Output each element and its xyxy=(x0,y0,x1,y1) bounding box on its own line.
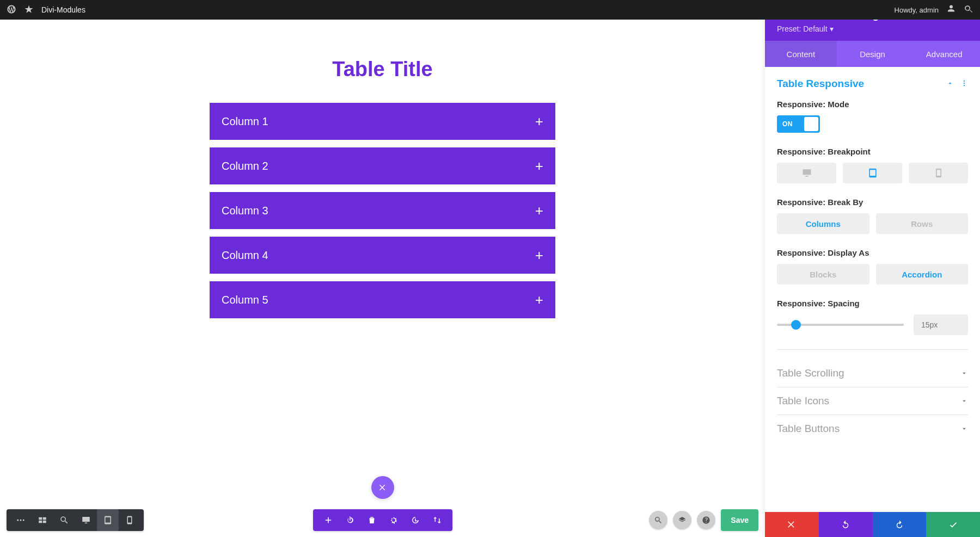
section-title: Table Buttons xyxy=(777,423,840,435)
displayas-accordion[interactable]: Accordion xyxy=(876,264,969,285)
close-builder-button[interactable] xyxy=(371,476,394,499)
accordion-item-label: Column 2 xyxy=(222,160,268,172)
divider xyxy=(777,349,968,350)
section-header-icons[interactable]: Table Icons xyxy=(777,387,968,415)
desktop-icon[interactable] xyxy=(75,509,97,531)
trash-icon[interactable] xyxy=(361,509,383,531)
power-icon[interactable] xyxy=(339,509,361,531)
accordion-item-label: Column 3 xyxy=(222,205,268,217)
gear-icon[interactable] xyxy=(383,509,405,531)
settings-sidebar: Table Maker Settings Preset: Default ▾ C… xyxy=(765,0,980,537)
zoom-icon[interactable] xyxy=(53,509,75,531)
toggle-state-label: ON xyxy=(777,115,798,133)
plus-icon: + xyxy=(535,203,543,218)
wp-admin-bar: Divi-Modules Howdy, admin xyxy=(0,0,980,20)
section-header-scrolling[interactable]: Table Scrolling xyxy=(777,360,968,387)
slider-track[interactable] xyxy=(777,324,904,326)
plus-icon: + xyxy=(535,159,543,173)
preset-selector[interactable]: Preset: Default ▾ xyxy=(777,24,885,33)
section-title: Table Icons xyxy=(777,395,829,407)
search-icon[interactable] xyxy=(649,511,667,529)
field-label: Responsive: Breakpoint xyxy=(777,147,968,156)
field-responsive-breakby: Responsive: Break By Columns Rows xyxy=(777,197,968,234)
site-name[interactable]: Divi-Modules xyxy=(41,5,85,14)
field-responsive-breakpoint: Responsive: Breakpoint xyxy=(777,147,968,183)
accordion-item[interactable]: Column 5 + xyxy=(210,281,555,318)
svg-point-0 xyxy=(17,520,19,521)
accordion-item[interactable]: Column 2 + xyxy=(210,147,555,184)
tab-advanced[interactable]: Advanced xyxy=(908,41,980,67)
field-label: Responsive: Mode xyxy=(777,100,968,109)
accordion-columns: Column 1 + Column 2 + Column 3 + Column … xyxy=(210,103,555,318)
breakpoint-desktop[interactable] xyxy=(777,163,836,183)
section-title: Table Scrolling xyxy=(777,367,844,379)
history-icon[interactable] xyxy=(405,509,426,531)
module-toolbar xyxy=(313,509,452,531)
svg-point-7 xyxy=(964,82,965,83)
user-icon[interactable] xyxy=(946,4,956,16)
sidebar-footer xyxy=(765,512,980,537)
tablet-icon[interactable] xyxy=(97,509,119,531)
accordion-item-label: Column 5 xyxy=(222,294,268,306)
svg-point-1 xyxy=(20,520,22,521)
svg-point-2 xyxy=(23,520,24,521)
field-label: Responsive: Break By xyxy=(777,197,968,207)
phone-icon[interactable] xyxy=(119,509,140,531)
redo-button[interactable] xyxy=(873,512,927,537)
accordion-item[interactable]: Column 3 + xyxy=(210,192,555,229)
breakby-columns[interactable]: Columns xyxy=(777,213,869,234)
site-icon[interactable] xyxy=(24,4,34,16)
chevron-down-icon xyxy=(960,425,968,433)
accordion-item-label: Column 1 xyxy=(222,115,268,128)
accordion-item[interactable]: Column 1 + xyxy=(210,103,555,140)
plus-icon: + xyxy=(535,114,543,128)
breakby-rows[interactable]: Rows xyxy=(876,213,969,234)
slider-thumb[interactable] xyxy=(791,320,801,330)
menu-icon[interactable] xyxy=(10,509,32,531)
chevron-down-icon: ▾ xyxy=(830,24,834,33)
field-label: Responsive: Spacing xyxy=(777,299,968,308)
breakpoint-tablet[interactable] xyxy=(843,163,902,183)
help-icon[interactable] xyxy=(697,511,715,529)
tab-design[interactable]: Design xyxy=(837,41,909,67)
wireframe-icon[interactable] xyxy=(32,509,53,531)
chevron-down-icon xyxy=(960,397,968,405)
slider-value[interactable]: 15px xyxy=(914,314,968,335)
undo-button[interactable] xyxy=(819,512,873,537)
breakpoint-phone[interactable] xyxy=(909,163,968,183)
tab-content[interactable]: Content xyxy=(765,41,837,67)
accordion-item[interactable]: Column 4 + xyxy=(210,237,555,274)
svg-point-8 xyxy=(964,84,965,85)
howdy-greeting[interactable]: Howdy, admin xyxy=(895,6,939,14)
search-icon[interactable] xyxy=(964,4,973,16)
field-label: Responsive: Display As xyxy=(777,248,968,257)
svg-point-6 xyxy=(964,80,965,81)
toggle-knob xyxy=(798,115,820,133)
accordion-item-label: Column 4 xyxy=(222,249,268,262)
field-responsive-mode: Responsive: Mode ON xyxy=(777,100,968,133)
section-header-buttons[interactable]: Table Buttons xyxy=(777,415,968,442)
save-button[interactable]: Save xyxy=(721,509,758,531)
discard-button[interactable] xyxy=(765,512,819,537)
builder-bottom-bar: Save xyxy=(0,508,765,533)
view-controls xyxy=(7,509,144,531)
kebab-icon[interactable] xyxy=(960,79,968,89)
sidebar-body: Table Responsive Responsive: Mode ON Res… xyxy=(765,67,980,512)
apply-button[interactable] xyxy=(926,512,980,537)
chevron-down-icon xyxy=(960,369,968,377)
section-header-responsive[interactable]: Table Responsive xyxy=(777,78,968,90)
sort-icon[interactable] xyxy=(426,509,448,531)
plus-icon: + xyxy=(535,248,543,262)
field-responsive-displayas: Responsive: Display As Blocks Accordion xyxy=(777,248,968,285)
add-icon[interactable] xyxy=(317,509,339,531)
wordpress-icon[interactable] xyxy=(7,4,16,16)
layers-icon[interactable] xyxy=(673,511,691,529)
chevron-up-icon xyxy=(946,79,954,89)
sidebar-tabs: Content Design Advanced xyxy=(765,41,980,67)
page-actions: Save xyxy=(649,509,758,531)
canvas: Table Title Column 1 + Column 2 + Column… xyxy=(91,20,674,471)
toggle-responsive-mode[interactable]: ON xyxy=(777,115,820,133)
displayas-blocks[interactable]: Blocks xyxy=(777,264,869,285)
editor-viewport: Table Title Column 1 + Column 2 + Column… xyxy=(0,20,765,537)
section-title: Table Responsive xyxy=(777,78,864,90)
